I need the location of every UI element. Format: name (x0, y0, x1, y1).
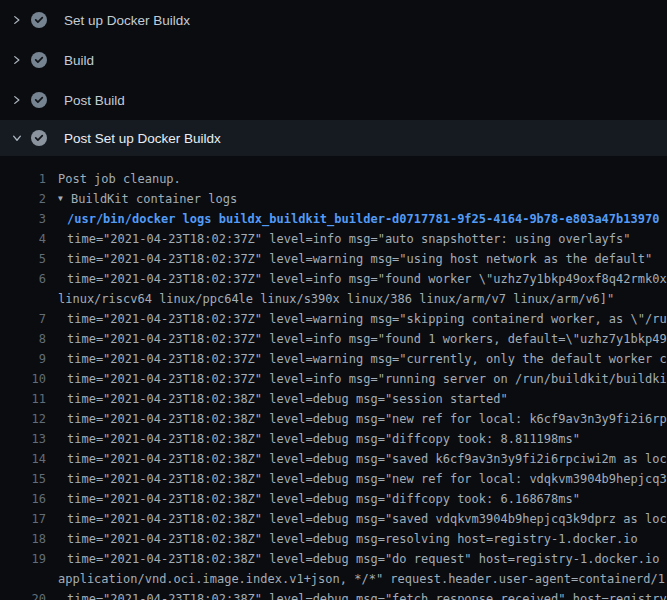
step-header-post-set-up-docker-buildx[interactable]: Post Set up Docker Buildx (0, 120, 667, 156)
log-row: 12 time="2021-04-23T18:02:38Z" level=deb… (0, 409, 667, 429)
log-row: 2 ▼ BuildKit container logs (0, 189, 667, 209)
log-row: 5 time="2021-04-23T18:02:37Z" level=warn… (0, 249, 667, 269)
log-text: time="2021-04-23T18:02:37Z" level=warnin… (67, 309, 667, 329)
line-number[interactable]: 6 (0, 269, 46, 289)
line-number[interactable]: 4 (0, 229, 46, 249)
line-number[interactable]: 10 (0, 369, 46, 389)
line-number[interactable]: 14 (0, 449, 46, 469)
log-text: time="2021-04-23T18:02:37Z" level=info m… (67, 229, 631, 249)
log-row: 8 time="2021-04-23T18:02:37Z" level=info… (0, 329, 667, 349)
log-text: time="2021-04-23T18:02:38Z" level=debug … (67, 469, 667, 489)
step-header-post-build[interactable]: Post Build (0, 80, 667, 120)
line-number[interactable]: 15 (0, 469, 46, 489)
log-text: time="2021-04-23T18:02:37Z" level=info m… (67, 329, 667, 349)
group-toggle-icon[interactable]: ▼ (58, 189, 71, 209)
log-area: 1 Post job cleanup. 2 ▼ BuildKit contain… (0, 156, 667, 600)
log-text: application/vnd.oci.image.index.v1+json,… (58, 569, 667, 589)
line-number[interactable]: 5 (0, 249, 46, 269)
log-row: 19 time="2021-04-23T18:02:38Z" level=deb… (0, 549, 667, 569)
check-circle-icon (31, 130, 47, 146)
log-row: 18 time="2021-04-23T18:02:38Z" level=deb… (0, 529, 667, 549)
log-text: time="2021-04-23T18:02:38Z" level=debug … (67, 409, 667, 429)
log-text: time="2021-04-23T18:02:38Z" level=debug … (67, 529, 638, 549)
log-text: time="2021-04-23T18:02:38Z" level=debug … (67, 549, 667, 569)
log-text: time="2021-04-23T18:02:37Z" level=info m… (67, 269, 667, 289)
log-row: linux/riscv64 linux/ppc64le linux/s390x … (0, 289, 667, 309)
log-row: 1 Post job cleanup. (0, 169, 667, 189)
log-text: time="2021-04-23T18:02:38Z" level=debug … (67, 429, 580, 449)
log-row: 11 time="2021-04-23T18:02:38Z" level=deb… (0, 389, 667, 409)
line-number[interactable]: 8 (0, 329, 46, 349)
chevron-right-icon[interactable] (11, 92, 23, 108)
log-text: BuildKit container logs (71, 189, 237, 209)
step-label: Set up Docker Buildx (64, 13, 190, 28)
log-text: time="2021-04-23T18:02:38Z" level=debug … (67, 489, 580, 509)
log-row: 15 time="2021-04-23T18:02:38Z" level=deb… (0, 469, 667, 489)
step-header-build[interactable]: Build (0, 40, 667, 80)
log-row: 17 time="2021-04-23T18:02:38Z" level=deb… (0, 509, 667, 529)
line-number[interactable]: 9 (0, 349, 46, 369)
log-text: Post job cleanup. (58, 169, 181, 189)
line-number[interactable]: 17 (0, 509, 46, 529)
log-text: time="2021-04-23T18:02:37Z" level=warnin… (67, 249, 652, 269)
check-circle-icon (31, 52, 47, 68)
line-number[interactable]: 20 (0, 589, 46, 600)
log-text: linux/riscv64 linux/ppc64le linux/s390x … (58, 289, 614, 309)
line-number[interactable]: 11 (0, 389, 46, 409)
line-number[interactable]: 16 (0, 489, 46, 509)
log-row: 3 /usr/bin/docker logs buildx_buildkit_b… (0, 209, 667, 229)
log-row: 16 time="2021-04-23T18:02:38Z" level=deb… (0, 489, 667, 509)
check-circle-icon (31, 12, 47, 28)
log-row: application/vnd.oci.image.index.v1+json,… (0, 569, 667, 589)
step-label: Post Set up Docker Buildx (64, 131, 221, 146)
chevron-right-icon[interactable] (11, 12, 23, 28)
line-number[interactable]: 12 (0, 409, 46, 429)
log-text: time="2021-04-23T18:02:38Z" level=debug … (67, 389, 508, 409)
line-number[interactable]: 1 (0, 169, 46, 189)
log-row: 4 time="2021-04-23T18:02:37Z" level=info… (0, 229, 667, 249)
step-label: Build (64, 53, 94, 68)
step-header-set-up-docker-buildx[interactable]: Set up Docker Buildx (0, 0, 667, 40)
log-row: 13 time="2021-04-23T18:02:38Z" level=deb… (0, 429, 667, 449)
log-text: time="2021-04-23T18:02:37Z" level=warnin… (67, 349, 667, 369)
line-number[interactable]: 3 (0, 209, 46, 229)
log-text: time="2021-04-23T18:02:38Z" level=debug … (67, 449, 667, 469)
line-number[interactable]: 7 (0, 309, 46, 329)
log-row: 6 time="2021-04-23T18:02:37Z" level=info… (0, 269, 667, 289)
log-row: 7 time="2021-04-23T18:02:37Z" level=warn… (0, 309, 667, 329)
log-row: 20 time="2021-04-23T18:02:38Z" level=deb… (0, 589, 667, 600)
line-number[interactable]: 19 (0, 549, 46, 569)
log-text: time="2021-04-23T18:02:37Z" level=info m… (67, 369, 667, 389)
line-number[interactable]: 13 (0, 429, 46, 449)
line-number[interactable]: 18 (0, 529, 46, 549)
log-row: 9 time="2021-04-23T18:02:37Z" level=warn… (0, 349, 667, 369)
log-text: time="2021-04-23T18:02:38Z" level=debug … (67, 509, 667, 529)
line-number[interactable]: 2 (0, 189, 46, 209)
log-text: /usr/bin/docker logs buildx_buildkit_bui… (67, 209, 659, 229)
workflow-log-viewer: Set up Docker Buildx Build Post Build Po… (0, 0, 667, 600)
chevron-right-icon[interactable] (11, 52, 23, 68)
log-row: 14 time="2021-04-23T18:02:38Z" level=deb… (0, 449, 667, 469)
check-circle-icon (31, 92, 47, 108)
chevron-down-icon[interactable] (11, 130, 23, 146)
log-text: time="2021-04-23T18:02:38Z" level=debug … (67, 589, 667, 600)
step-label: Post Build (64, 93, 125, 108)
log-row: 10 time="2021-04-23T18:02:37Z" level=inf… (0, 369, 667, 389)
